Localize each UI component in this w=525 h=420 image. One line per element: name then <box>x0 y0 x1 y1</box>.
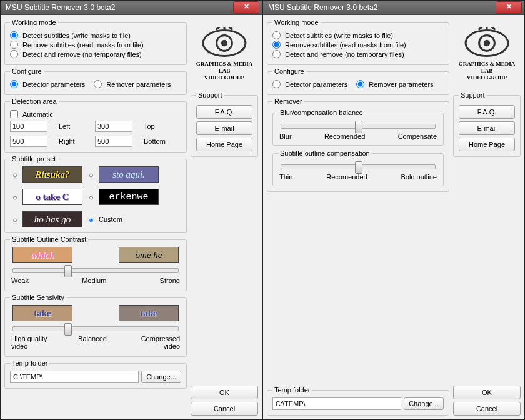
svg-line-5 <box>228 27 232 29</box>
support-legend: Support <box>459 91 487 99</box>
balance-slider-thumb[interactable] <box>355 121 362 133</box>
sense-comp-thumb: take <box>119 305 179 321</box>
svg-point-8 <box>484 39 490 46</box>
outline-slider-thumb[interactable] <box>355 161 362 174</box>
eye-icon <box>202 27 247 59</box>
wm-remove-radio[interactable] <box>272 41 281 49</box>
automatic-checkbox[interactable] <box>10 110 18 118</box>
cfg-remover-label: Remover parameters <box>106 81 171 88</box>
client-area: Working mode Detect subtitles (write mas… <box>1 15 262 419</box>
cancel-button[interactable]: Cancel <box>191 402 258 416</box>
cfg-remover-radio[interactable] <box>94 80 102 88</box>
home-button[interactable]: Home Page <box>196 138 252 151</box>
detection-area-group: Detection area Automatic Left Top Right … <box>4 98 187 152</box>
cfg-detector-radio[interactable] <box>10 80 18 88</box>
sensitivity-slider[interactable] <box>12 326 179 331</box>
faq-button[interactable]: F.A.Q. <box>196 105 252 119</box>
sensitivity-legend: Subtitle Sensivity <box>10 294 66 301</box>
svg-point-2 <box>221 39 228 46</box>
wm-detect-label: Detect subtitles (write masks to file) <box>22 32 131 39</box>
eye-icon <box>464 27 509 59</box>
outline-tick-thin: Thin <box>279 173 292 181</box>
change-button[interactable]: Change... <box>404 398 444 410</box>
preset-2-thumb[interactable]: sto aqui. <box>99 166 159 182</box>
wm-both-radio[interactable] <box>10 50 18 58</box>
top-label: Top <box>144 122 181 130</box>
logo-line1: GRAPHICS & MEDIA LAB <box>196 61 253 74</box>
faq-button[interactable]: F.A.Q. <box>459 105 515 119</box>
bottom-label: Bottom <box>144 138 181 145</box>
close-button[interactable]: ✕ <box>233 1 259 14</box>
working-mode-group: Working mode Detect subtitles (write mas… <box>267 19 449 65</box>
balance-legend: Blur/compensation balance <box>278 109 365 116</box>
preset-1-radio[interactable] <box>13 171 17 179</box>
configure-group: Configure Detector parameters Remover pa… <box>267 68 449 95</box>
wm-both-radio[interactable] <box>272 50 281 58</box>
cfg-remover-radio[interactable] <box>356 80 364 88</box>
preset-custom-radio[interactable] <box>89 216 93 224</box>
sense-tick-comp: Compressed video <box>136 335 180 350</box>
sense-tick-hq: High quality video <box>11 335 49 350</box>
email-button[interactable]: E-mail <box>196 121 252 135</box>
remover-group: Remover Blur/compensation balance Blur R… <box>267 98 449 192</box>
sensitivity-slider-thumb[interactable] <box>64 323 72 336</box>
wm-detect-radio[interactable] <box>10 31 18 39</box>
email-button[interactable]: E-mail <box>459 121 515 135</box>
change-button[interactable]: Change... <box>141 371 181 383</box>
contrast-weak-thumb: which <box>12 247 72 263</box>
contrast-strong-thumb: ome he <box>119 247 179 263</box>
contrast-slider[interactable] <box>12 268 179 273</box>
outline-slider[interactable] <box>281 164 436 169</box>
close-icon: ✕ <box>506 2 512 10</box>
support-group: Support F.A.Q. E-mail Home Page <box>191 91 258 157</box>
preset-5-thumb[interactable]: ho has go <box>22 211 82 228</box>
wm-remove-label: Remove subtitles (read masks from file) <box>285 41 406 49</box>
preset-4-thumb[interactable]: erkenwe <box>99 189 159 205</box>
temp-folder-legend: Temp folder <box>10 359 49 367</box>
preset-2-radio[interactable] <box>89 171 93 179</box>
cancel-button[interactable]: Cancel <box>453 402 521 416</box>
close-button[interactable]: ✕ <box>496 1 522 14</box>
contrast-slider-thumb[interactable] <box>64 265 72 278</box>
detection-area-legend: Detection area <box>10 98 59 105</box>
ok-button[interactable]: OK <box>453 386 521 399</box>
outline-tick-bold: Bold outline <box>401 173 438 181</box>
left-label: Left <box>59 122 90 130</box>
top-input[interactable] <box>95 121 132 132</box>
temp-folder-group: Temp folder Change... <box>267 386 449 416</box>
temp-folder-group: Temp folder Change... <box>4 359 187 389</box>
preset-5-radio[interactable] <box>13 216 17 224</box>
client-area: Working mode Detect subtitles (write mas… <box>263 15 524 419</box>
outline-subgroup: Subtitle outline compensation Thin Recom… <box>272 149 444 186</box>
wm-both-label: Detect and remove (no temporary files) <box>22 51 142 58</box>
preset-3-radio[interactable] <box>13 194 17 202</box>
ok-button[interactable]: OK <box>191 386 258 399</box>
balance-subgroup: Blur/compensation balance Blur Recomende… <box>272 109 444 146</box>
bottom-input[interactable] <box>95 136 132 147</box>
wm-remove-label: Remove subtitles (read masks from file) <box>22 41 144 49</box>
remover-legend: Remover <box>272 98 304 105</box>
titlebar: MSU Subtitle Remover 3.0 beta2 ✕ <box>1 1 262 15</box>
window-remover: MSU Subtitle Remover 3.0 beta2 ✕ Working… <box>262 0 525 420</box>
wm-detect-radio[interactable] <box>272 31 281 39</box>
balance-slider[interactable] <box>281 124 436 129</box>
svg-line-9 <box>479 27 484 29</box>
temp-path-input[interactable] <box>10 371 139 383</box>
working-mode-legend: Working mode <box>10 19 58 26</box>
wm-remove-radio[interactable] <box>10 41 18 49</box>
right-input[interactable] <box>10 136 48 147</box>
configure-group: Configure Detector parameters Remover pa… <box>4 68 187 95</box>
home-button[interactable]: Home Page <box>459 138 515 151</box>
preset-3-thumb[interactable]: o take C <box>22 189 82 205</box>
temp-path-input[interactable] <box>272 398 401 410</box>
configure-legend: Configure <box>10 68 44 75</box>
left-input[interactable] <box>10 121 48 132</box>
wm-detect-label: Detect subtitles (write masks to file) <box>285 32 393 39</box>
preset-4-radio[interactable] <box>89 194 93 202</box>
preset-1-thumb[interactable]: Ritsuka? <box>22 166 82 182</box>
svg-line-3 <box>216 27 221 29</box>
cfg-detector-radio[interactable] <box>272 80 281 88</box>
outline-contrast-legend: Subtitle Outline Contrast <box>10 236 88 243</box>
cfg-detector-label: Detector parameters <box>22 81 85 88</box>
balance-tick-rec: Recomended <box>324 132 365 140</box>
